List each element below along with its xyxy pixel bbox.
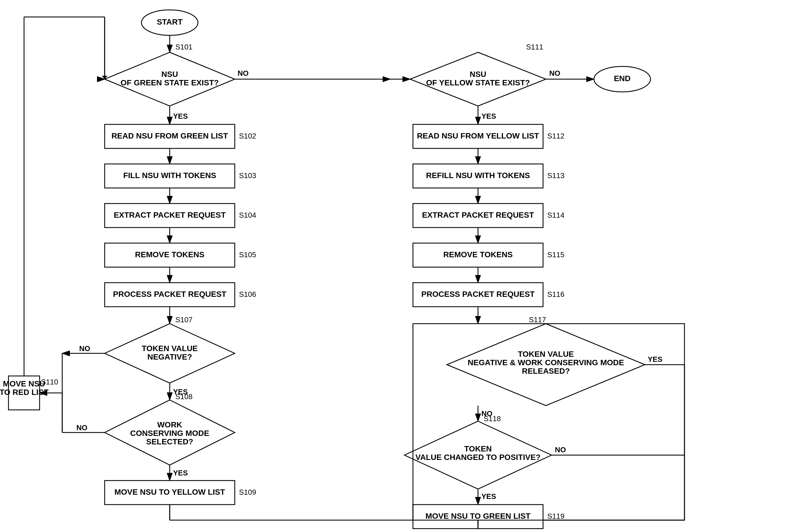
b105-text: REMOVE TOKENS	[135, 250, 204, 259]
s112-label: S112	[547, 132, 564, 140]
s114-label: S114	[547, 211, 564, 219]
d118-text2: VALUE CHANGED TO POSITIVE?	[415, 453, 540, 462]
d117-text3: RELEASED?	[522, 367, 570, 376]
s107-label: S107	[175, 315, 193, 324]
b102-text: READ NSU FROM GREEN LIST	[111, 131, 228, 140]
d108-text3: SELECTED?	[146, 437, 193, 446]
flowchart-container: START S101 NSU OF GREEN STATE EXIST? YES…	[0, 0, 786, 532]
no-d107: NO	[79, 344, 90, 353]
b110-text1: MOVE NSU	[3, 379, 45, 388]
no-d111: NO	[549, 69, 560, 77]
s104-label: S104	[239, 211, 256, 219]
b104-text: EXTRACT PACKET REQUEST	[114, 211, 226, 219]
d101-text1: NSU	[161, 70, 178, 79]
yes-d111: YES	[481, 112, 496, 120]
yes-d108: YES	[173, 469, 188, 477]
d118-text1: TOKEN	[464, 444, 492, 453]
no-d108: NO	[76, 424, 87, 432]
s111-label: S111	[526, 43, 543, 51]
b119-text: MOVE NSU TO GREEN LIST	[425, 512, 530, 521]
d108-text2: CONSERVING MODE	[130, 429, 209, 438]
yes-d101: YES	[173, 112, 188, 120]
b115-text: REMOVE TOKENS	[443, 250, 512, 259]
s102-label: S102	[239, 132, 256, 140]
s119-label: S119	[547, 512, 564, 521]
yes-d118: YES	[481, 492, 496, 501]
b109-text: MOVE NSU TO YELLOW LIST	[115, 488, 225, 497]
s108-label: S108	[175, 392, 193, 401]
s110-label: S110	[41, 378, 58, 386]
s115-label: S115	[547, 250, 564, 259]
s113-label: S113	[547, 171, 564, 180]
d111-text2: OF YELLOW STATE EXIST?	[426, 78, 530, 87]
s117-label: S117	[529, 315, 546, 324]
b110-text2: TO RED LIST	[0, 388, 49, 396]
s103-label: S103	[239, 171, 256, 180]
s118-label: S118	[484, 414, 501, 423]
b114-text: EXTRACT PACKET REQUEST	[422, 211, 534, 219]
b103-text: FILL NSU WITH TOKENS	[123, 171, 216, 180]
b116-text: PROCESS PACKET REQUEST	[421, 290, 535, 298]
s105-label: S105	[239, 250, 256, 259]
b106-text: PROCESS PACKET REQUEST	[113, 290, 227, 298]
start-label: START	[157, 18, 182, 26]
no-d118: NO	[555, 445, 566, 454]
d117-text1: TOKEN VALUE	[518, 350, 574, 358]
s116-label: S116	[547, 290, 564, 298]
b113-text: REFILL NSU WITH TOKENS	[426, 171, 530, 180]
no-d101: NO	[237, 69, 249, 77]
d111-text1: NSU	[469, 70, 486, 79]
b112-text: READ NSU FROM YELLOW LIST	[417, 131, 539, 140]
d108-text1: WORK	[157, 420, 182, 429]
d107-text1: TOKEN VALUE	[142, 344, 198, 353]
d101-text2: OF GREEN STATE EXIST?	[120, 78, 218, 87]
d117-text2: NEGATIVE & WORK CONSERVING MODE	[468, 358, 624, 367]
d107-text2: NEGATIVE?	[147, 353, 192, 361]
s101-label: S101	[175, 43, 193, 51]
s109-label: S109	[239, 488, 256, 497]
s106-label: S106	[239, 290, 256, 298]
end-label: END	[614, 74, 630, 83]
yes-d117: YES	[648, 355, 663, 364]
